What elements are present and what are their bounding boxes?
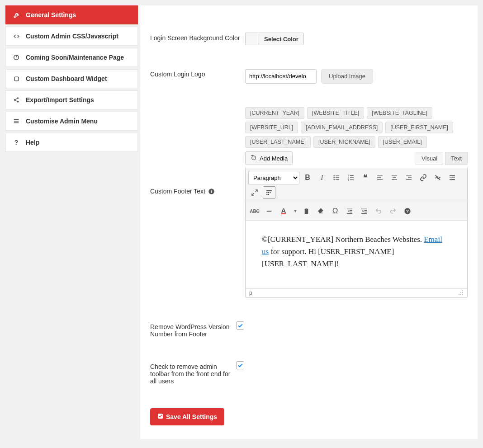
info-icon[interactable]: i xyxy=(208,188,215,195)
paste-text-icon[interactable] xyxy=(300,205,313,217)
svg-rect-46 xyxy=(266,194,267,195)
special-char-icon[interactable]: Ω xyxy=(329,205,341,217)
add-media-label: Add Media xyxy=(260,155,288,162)
unlink-icon[interactable] xyxy=(431,171,444,184)
settings-sidebar: General Settings Custom Admin CSS/Javasc… xyxy=(5,5,138,154)
editor-text: for support. Hi [USER_FIRST_NAME] [USER_… xyxy=(262,247,394,268)
bullet-list-icon[interactable] xyxy=(330,171,343,184)
svg-rect-24 xyxy=(350,177,354,178)
svg-point-65 xyxy=(460,292,461,293)
align-center-icon[interactable] xyxy=(388,171,401,184)
svg-rect-60 xyxy=(361,213,367,214)
color-swatch[interactable] xyxy=(245,33,259,45)
select-color-button[interactable]: Select Color xyxy=(259,33,304,45)
svg-rect-23 xyxy=(350,175,354,176)
sidebar-item-customise-menu[interactable]: Customise Admin Menu xyxy=(5,112,138,131)
sidebar-item-custom-css-js[interactable]: Custom Admin CSS/Javascript xyxy=(5,27,138,46)
editor-text: ©[CURRENT_YEAR] Northern Beaches Website… xyxy=(262,235,424,244)
italic-icon[interactable]: I xyxy=(316,171,328,184)
svg-text:3: 3 xyxy=(348,179,349,181)
svg-point-16 xyxy=(333,179,335,180)
svg-rect-47 xyxy=(268,194,269,195)
fullscreen-icon[interactable] xyxy=(248,186,261,199)
remove-toolbar-checkbox[interactable] xyxy=(236,361,244,369)
token[interactable]: [WEBSITE_TAGLINE] xyxy=(367,107,432,119)
check-icon xyxy=(157,413,163,420)
align-right-icon[interactable] xyxy=(402,171,415,184)
remove-version-checkbox[interactable] xyxy=(236,321,244,330)
blockquote-icon[interactable]: ❝ xyxy=(359,171,372,184)
token[interactable]: [WEBSITE_URL] xyxy=(245,122,298,133)
svg-rect-59 xyxy=(365,212,367,212)
read-more-icon[interactable] xyxy=(446,171,459,184)
token[interactable]: [USER_LAST_NAME] xyxy=(245,136,311,148)
sidebar-item-dashboard-widget[interactable]: Custom Dashboard Widget xyxy=(5,69,138,88)
svg-point-4 xyxy=(14,99,16,101)
clear-formatting-icon[interactable] xyxy=(314,205,327,217)
upload-image-button[interactable]: Upload Image xyxy=(321,69,373,84)
code-icon xyxy=(12,33,20,39)
svg-point-15 xyxy=(333,177,335,179)
svg-line-41 xyxy=(252,193,254,195)
shortcode-tokens: [CURRENT_YEAR] [WEBSITE_TITLE] [WEBSITE_… xyxy=(245,107,468,148)
save-all-settings-button[interactable]: Save All Settings xyxy=(150,408,224,425)
sidebar-item-coming-soon[interactable]: Coming Soon/Maintenance Page xyxy=(5,48,138,67)
help-icon[interactable]: ? xyxy=(401,205,414,217)
editor-toolbar-row-1: Paragraph B I 123 ❝ xyxy=(246,168,467,202)
add-media-button[interactable]: Add Media xyxy=(245,151,293,165)
sidebar-item-general-settings[interactable]: General Settings xyxy=(5,5,138,24)
horizontal-rule-icon[interactable] xyxy=(263,205,275,217)
text-color-icon[interactable]: A xyxy=(277,205,290,217)
format-select[interactable]: Paragraph xyxy=(248,171,299,184)
field-remove-version: Remove WordPress Version Number from Foo… xyxy=(150,321,468,338)
align-left-icon[interactable] xyxy=(374,171,386,184)
indent-icon[interactable] xyxy=(358,205,370,217)
sidebar-item-export-import[interactable]: Export/Import Settings xyxy=(5,90,138,109)
bold-icon[interactable]: B xyxy=(301,171,314,184)
token[interactable]: [USER_EMAIL] xyxy=(378,136,427,148)
token[interactable]: [WEBSITE_TITLE] xyxy=(307,107,364,119)
token[interactable]: [USER_FIRST_NAME] xyxy=(385,122,453,133)
sidebar-item-help[interactable]: ? Help xyxy=(5,133,138,152)
strikethrough-icon[interactable]: ABC xyxy=(248,205,261,217)
svg-rect-43 xyxy=(266,192,267,193)
svg-rect-45 xyxy=(270,192,270,193)
token[interactable]: [CURRENT_YEAR] xyxy=(245,107,304,119)
svg-point-63 xyxy=(462,290,463,291)
share-icon xyxy=(12,97,20,103)
svg-rect-53 xyxy=(350,210,352,211)
svg-marker-56 xyxy=(363,210,364,212)
editor-mode-tabs: Visual Text xyxy=(416,155,468,162)
redo-icon[interactable] xyxy=(387,205,399,217)
numbered-list-icon[interactable]: 123 xyxy=(345,171,357,184)
link-icon[interactable] xyxy=(417,171,430,184)
tab-visual[interactable]: Visual xyxy=(416,152,443,165)
power-icon xyxy=(12,54,20,61)
token[interactable]: [USER_NICKNAME] xyxy=(313,136,375,148)
menu-icon xyxy=(12,118,20,124)
svg-rect-44 xyxy=(268,192,269,193)
svg-point-64 xyxy=(462,292,463,293)
field-login-logo: Custom Login Logo Upload Image xyxy=(150,69,468,84)
resize-handle-icon[interactable] xyxy=(458,290,464,297)
editor-content-area[interactable]: ©[CURRENT_YEAR] Northern Beaches Website… xyxy=(246,221,467,288)
media-icon xyxy=(250,154,257,162)
wrench-icon xyxy=(12,12,20,19)
outdent-icon[interactable] xyxy=(343,205,356,217)
svg-rect-25 xyxy=(350,179,354,180)
sidebar-item-label: Custom Admin CSS/Javascript xyxy=(26,33,118,40)
svg-rect-42 xyxy=(266,190,272,191)
svg-point-13 xyxy=(252,156,256,160)
logo-url-input[interactable] xyxy=(245,69,317,84)
sidebar-item-label: Help xyxy=(26,139,39,146)
tab-text[interactable]: Text xyxy=(445,152,468,165)
editor-status-bar: p xyxy=(246,288,467,297)
svg-rect-52 xyxy=(347,209,352,209)
svg-point-5 xyxy=(17,101,19,103)
text-color-dropdown-icon[interactable]: ▼ xyxy=(292,205,298,217)
token[interactable]: [ADMIN_EMAIL_ADDRESS] xyxy=(301,122,383,133)
sidebar-item-label: Customise Admin Menu xyxy=(26,118,98,125)
svg-point-68 xyxy=(459,294,459,295)
toolbar-toggle-icon[interactable] xyxy=(263,186,275,199)
undo-icon[interactable] xyxy=(372,205,385,217)
